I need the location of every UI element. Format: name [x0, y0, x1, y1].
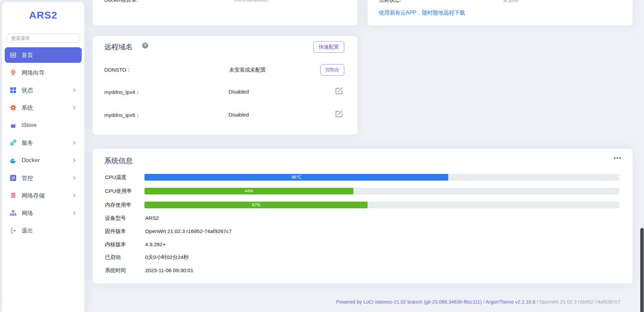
cpu-temp-bar: 96℃	[144, 174, 619, 181]
chevron-right-icon	[72, 176, 75, 180]
docker-root-value: /mnt/sd/docker	[234, 0, 269, 3]
sidebar-item-nas[interactable]: 网络存储	[5, 188, 82, 203]
sliders-icon	[9, 174, 17, 182]
docker-icon	[9, 157, 17, 164]
myddns-ipv6-label: myddns_ipv6：	[104, 112, 140, 119]
quick-config-button[interactable]: 快速配置	[313, 41, 344, 53]
mem-usage-bar-fill: 47%	[144, 202, 368, 208]
edit-icon[interactable]	[334, 86, 344, 96]
chevron-right-icon	[72, 158, 75, 162]
dashboard-icon	[9, 51, 17, 59]
cpu-usage-bar: 44%	[144, 188, 619, 194]
device-model-label: 设备型号	[105, 215, 126, 222]
help-icon[interactable]: ?	[142, 42, 149, 50]
cpu-usage-bar-fill: 44%	[144, 188, 353, 194]
uptime-value: 0天0小时02分24秒	[145, 254, 189, 261]
database-icon	[9, 192, 17, 199]
system-time-value: 2023-11-06 09:30:01	[145, 267, 193, 274]
sidebar-item-label: 服务	[22, 139, 33, 147]
sidebar-item-logout[interactable]: 退出	[5, 223, 82, 238]
system-info-card: 系统信息 CPU温度 96℃ CPU使用率 44% 内存使用率 47% 设备型号	[92, 149, 633, 284]
myddns-ipv4-value: Disabled	[229, 89, 249, 95]
sidebar-item-services[interactable]: 服务	[5, 135, 82, 151]
openwrt-version-text: / OpenWrt 21.02.3 r16952-74af9267c7	[535, 299, 620, 305]
grid-icon	[9, 86, 17, 94]
chevron-right-icon	[72, 141, 75, 145]
sidebar-item-docker[interactable]: Docker	[5, 153, 82, 168]
myddns-ipv6-value: Disabled	[229, 112, 249, 118]
ddnsto-value: 未安装或未配置	[229, 67, 266, 74]
cpu-usage-label: CPU使用率	[105, 188, 132, 194]
app-logo[interactable]: ARS2	[2, 9, 84, 21]
sidebar-item-label: iStore	[22, 122, 36, 129]
cloud-app-link[interactable]: 使用易有云APP，随时随地远程下载	[379, 9, 465, 17]
system-info-title: 系统信息	[104, 156, 133, 165]
sidebar-item-system[interactable]: 系统	[5, 100, 82, 115]
sidebar-item-label: 首页	[22, 51, 33, 59]
docker-card: Docker根目录: /mnt/sd/docker	[92, 0, 357, 25]
sidebar-item-label: 网络向导	[22, 69, 45, 77]
sidebar-item-home[interactable]: 首页	[5, 47, 82, 63]
console-button[interactable]: 控制台	[320, 64, 344, 76]
ellipsis-menu-icon[interactable]	[613, 155, 623, 162]
sidebar-item-label: 网络	[22, 209, 33, 217]
luci-branch-link[interactable]: Powered by LuCI istoreos-21.02 branch (g…	[336, 299, 482, 305]
footer-separator: /	[482, 299, 485, 305]
svg-text:?: ?	[144, 43, 146, 48]
remote-domain-card: 远程域名 ? 快速配置 DDNSTO： 未安装或未配置 控制台 myddns_i…	[92, 36, 357, 135]
kernel-version-label: 内核版本	[105, 241, 126, 248]
kernel-version-value: 4.9.282+	[145, 241, 166, 248]
sidebar-item-label: 系统	[22, 104, 33, 112]
chevron-right-icon	[72, 193, 75, 197]
edit-icon[interactable]	[334, 109, 344, 119]
myddns-ipv4-label: myddns_ipv4：	[104, 89, 140, 96]
cloud-status-card: 当前状态: 未启动 使用易有云APP，随时随地远程下载	[368, 0, 633, 25]
vertical-scrollbar-thumb[interactable]	[640, 228, 644, 312]
firmware-version-label: 固件版本	[105, 228, 126, 235]
sidebar-item-network-wizard[interactable]: 网络向导	[5, 65, 82, 80]
argon-theme-link[interactable]: ArgonTheme v2.2.10.8	[485, 299, 535, 305]
footer: Powered by LuCI istoreos-21.02 branch (g…	[336, 299, 620, 305]
sidebar-item-label: 管控	[22, 174, 33, 182]
globe-icon	[9, 69, 17, 76]
sidebar-item-label: 状态	[22, 86, 33, 94]
sidebar: ARS2 首页	[2, 2, 84, 312]
ddnsto-label: DDNSTO：	[104, 67, 132, 74]
system-time-label: 系统时间	[105, 267, 126, 274]
sitemap-icon	[9, 209, 17, 217]
mem-usage-bar: 47%	[144, 202, 619, 208]
gears-icon	[9, 139, 17, 147]
sidebar-item-istore[interactable]: iStore	[5, 118, 82, 133]
page: ARS2 首页	[0, 0, 644, 312]
sidebar-menu: 首页 网络向导	[2, 47, 84, 240]
sidebar-item-label: Docker	[22, 157, 40, 164]
cpu-temp-bar-fill: 96℃	[144, 174, 448, 181]
gear-icon	[9, 104, 17, 111]
sidebar-item-network[interactable]: 网络	[5, 205, 82, 221]
search-input[interactable]	[6, 33, 80, 43]
sidebar-item-label: 网络存储	[22, 192, 45, 200]
remote-domain-title: 远程域名	[104, 42, 133, 52]
uptime-label: 已启动	[105, 254, 121, 261]
logout-icon	[9, 227, 17, 234]
chevron-right-icon	[72, 211, 75, 215]
current-status-value: 未启动	[503, 0, 519, 4]
sidebar-item-label: 退出	[22, 227, 33, 235]
cpu-temp-label: CPU温度	[105, 174, 127, 181]
sidebar-item-status[interactable]: 状态	[5, 82, 82, 98]
store-bag-icon	[9, 122, 17, 129]
device-model-value: ARS2	[145, 215, 159, 222]
sidebar-item-control[interactable]: 管控	[5, 170, 82, 186]
chevron-right-icon	[72, 88, 75, 92]
mem-usage-label: 内存使用率	[105, 202, 131, 208]
current-status-label: 当前状态:	[379, 0, 401, 4]
firmware-version-value: OpenWrt 21.02.3 r16952-74af9267c7	[145, 228, 232, 235]
docker-root-label: Docker根目录:	[104, 0, 138, 4]
chevron-right-icon	[72, 106, 75, 109]
